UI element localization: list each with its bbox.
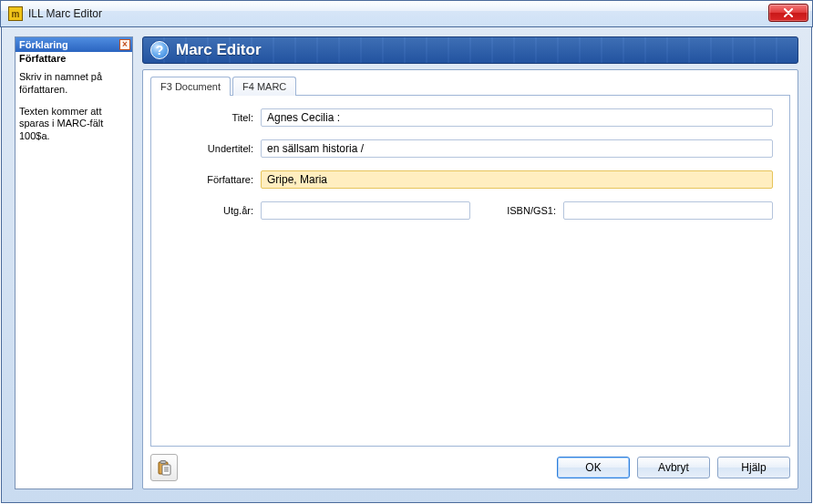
ok-button[interactable]: OK	[557, 457, 630, 478]
input-author[interactable]	[261, 170, 773, 189]
svg-rect-1	[160, 461, 166, 464]
label-title: Titel:	[168, 112, 253, 123]
sidebar-close-button[interactable]: ×	[119, 39, 130, 50]
input-title[interactable]	[261, 108, 773, 127]
help-icon[interactable]: ?	[150, 41, 169, 59]
main-panel: ? Marc Editor F3 Document F4 MARC Titel:	[142, 36, 798, 489]
window-title: ILL Marc Editor	[28, 7, 102, 20]
input-isbn[interactable]	[563, 201, 773, 220]
label-author: Författare:	[168, 174, 253, 185]
footer: OK Avbryt Hjälp	[150, 447, 790, 481]
row-title: Titel:	[168, 108, 773, 127]
panel-title: Marc Editor	[176, 41, 262, 59]
tab-pane: Titel: Undertitel: Författare: U	[150, 95, 790, 447]
client-area: Förklaring × Författare Skriv in namnet …	[1, 27, 812, 503]
panel-body: F3 Document F4 MARC Titel: Undertitel:	[142, 69, 798, 489]
sidebar-topic: Författare	[19, 53, 129, 64]
sidebar-header-label: Förklaring	[19, 39, 68, 50]
paste-button[interactable]	[150, 454, 178, 481]
row-year-isbn: Utg.år: ISBN/GS1:	[168, 201, 773, 220]
tab-document[interactable]: F3 Document	[150, 77, 231, 96]
app-icon: m	[8, 6, 23, 21]
label-isbn: ISBN/GS1:	[492, 205, 556, 216]
clipboard-icon	[156, 459, 172, 476]
row-author: Författare:	[168, 170, 773, 189]
help-button[interactable]: Hjälp	[717, 457, 790, 478]
sidebar-paragraph: Skriv in namnet på författaren.	[19, 71, 129, 97]
sidebar-paragraph: Texten kommer att sparas i MARC-fält 100…	[19, 106, 129, 143]
title-bar: m ILL Marc Editor	[0, 0, 813, 27]
tab-strip: F3 Document F4 MARC	[150, 77, 790, 96]
input-subtitle[interactable]	[261, 139, 773, 158]
label-subtitle: Undertitel:	[168, 143, 253, 154]
form: Titel: Undertitel: Författare: U	[168, 108, 773, 220]
close-button[interactable]	[768, 4, 808, 22]
sidebar-header: Förklaring ×	[15, 37, 132, 52]
panel-header: ? Marc Editor	[142, 36, 798, 64]
sidebar-body: Författare Skriv in namnet på författare…	[15, 52, 132, 153]
label-year: Utg.år:	[168, 205, 253, 216]
row-subtitle: Undertitel:	[168, 139, 773, 158]
cancel-button[interactable]: Avbryt	[637, 457, 710, 478]
tab-marc[interactable]: F4 MARC	[232, 77, 296, 96]
sidebar: Förklaring × Författare Skriv in namnet …	[15, 36, 133, 489]
input-year[interactable]	[261, 201, 470, 220]
close-icon	[783, 8, 794, 17]
